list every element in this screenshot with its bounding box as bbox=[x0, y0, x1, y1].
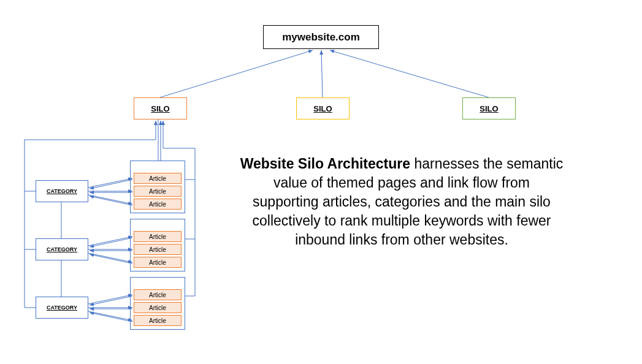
root-label: mywebsite.com bbox=[282, 31, 360, 44]
silo-label: SILO bbox=[151, 104, 169, 113]
category-node-1: CATEGORY bbox=[36, 180, 88, 202]
article-label: Article bbox=[149, 201, 166, 208]
article-label: Article bbox=[149, 317, 166, 324]
svg-line-23 bbox=[88, 295, 132, 304]
silo-label: SILO bbox=[313, 104, 332, 113]
article-node: Article bbox=[134, 257, 182, 268]
svg-line-11 bbox=[88, 178, 132, 188]
description-text: Website Silo Architecture harnesses the … bbox=[239, 154, 564, 249]
article-label: Article bbox=[149, 305, 166, 311]
silo-node-3: SILO bbox=[462, 97, 516, 119]
article-node: Article bbox=[134, 173, 182, 184]
svg-line-18 bbox=[90, 238, 132, 247]
article-node: Article bbox=[134, 289, 182, 300]
silo-label: SILO bbox=[480, 104, 498, 113]
article-node: Article bbox=[134, 244, 182, 255]
svg-line-15 bbox=[88, 195, 132, 204]
svg-line-12 bbox=[90, 180, 132, 189]
article-node: Article bbox=[134, 302, 182, 313]
category-label: CATEGORY bbox=[47, 305, 77, 311]
svg-line-28 bbox=[90, 313, 132, 322]
description-bold: Website Silo Architecture bbox=[240, 156, 410, 172]
category-label: CATEGORY bbox=[47, 188, 77, 194]
article-label: Article bbox=[149, 246, 166, 253]
article-node: Article bbox=[134, 315, 182, 326]
svg-line-21 bbox=[88, 253, 132, 262]
article-label: Article bbox=[149, 188, 166, 195]
root-node: mywebsite.com bbox=[263, 25, 379, 49]
svg-line-16 bbox=[90, 196, 132, 205]
article-label: Article bbox=[149, 233, 166, 240]
silo-node-2: SILO bbox=[296, 97, 350, 119]
svg-line-22 bbox=[90, 254, 132, 264]
article-label: Article bbox=[149, 259, 166, 266]
article-node: Article bbox=[134, 186, 182, 197]
category-node-2: CATEGORY bbox=[36, 238, 88, 260]
article-label: Article bbox=[149, 292, 166, 298]
article-label: Article bbox=[149, 175, 166, 182]
svg-line-17 bbox=[88, 237, 132, 246]
svg-line-0 bbox=[160, 50, 313, 97]
silo-node-1: SILO bbox=[134, 97, 187, 119]
article-node: Article bbox=[134, 199, 182, 210]
svg-line-27 bbox=[88, 311, 132, 320]
svg-line-1 bbox=[321, 50, 323, 97]
svg-line-24 bbox=[90, 296, 132, 305]
svg-line-2 bbox=[330, 50, 489, 97]
category-node-3: CATEGORY bbox=[36, 297, 88, 319]
category-label: CATEGORY bbox=[47, 246, 77, 252]
article-node: Article bbox=[134, 231, 182, 242]
